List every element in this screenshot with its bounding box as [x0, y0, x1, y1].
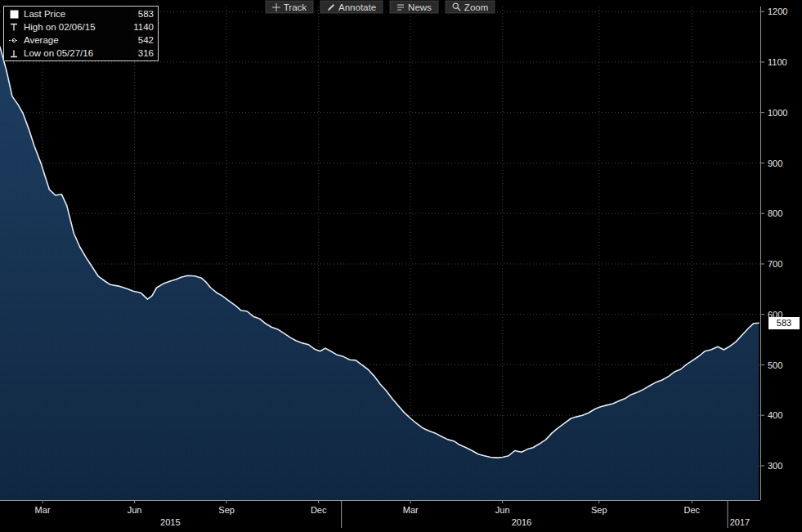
- terminal-chart-screen: 300400500600700800900100011001200MarJunS…: [0, 0, 802, 532]
- legend-value: 1140: [133, 22, 154, 32]
- chart-legend[interactable]: Last Price583High on 02/06/151140Average…: [3, 6, 159, 61]
- legend-row: Last Price583: [4, 7, 158, 20]
- y-tick-label: 1000: [768, 108, 787, 118]
- legend-value: 316: [138, 48, 154, 58]
- zoom-icon: [452, 2, 461, 11]
- low-marker-icon: [8, 49, 20, 58]
- high-marker-icon: [8, 23, 20, 32]
- toolbar-button-label: News: [408, 2, 432, 12]
- legend-row: Low on 05/27/16316: [4, 47, 158, 60]
- x-tick-label: Mar: [35, 505, 51, 515]
- toolbar-button-label: Track: [284, 2, 307, 12]
- y-tick-label: 900: [768, 159, 782, 168]
- price-chart: 300400500600700800900100011001200MarJunS…: [0, 0, 802, 532]
- y-tick-label: 800: [768, 208, 782, 218]
- square-marker-icon: [8, 10, 20, 19]
- x-axis-labels: MarJunSepDecMarJunSepDec201520162017: [35, 500, 750, 528]
- toolbar-button-annotate[interactable]: Annotate: [320, 0, 383, 14]
- x-tick-label: Jun: [128, 505, 142, 515]
- legend-row: High on 02/06/151140: [4, 20, 158, 34]
- toolbar-button-track[interactable]: Track: [265, 0, 314, 14]
- legend-value: 583: [138, 9, 154, 19]
- x-tick-label: Dec: [684, 505, 701, 515]
- y-tick-label: 1100: [768, 57, 787, 67]
- annotate-icon: [327, 3, 335, 11]
- track-icon: [272, 3, 280, 11]
- news-icon: [397, 3, 405, 11]
- legend-value: 542: [138, 35, 154, 45]
- x-tick-label: Mar: [403, 505, 419, 515]
- legend-row: Average542: [4, 34, 158, 47]
- y-tick-label: 400: [768, 410, 782, 420]
- toolbar-button-label: Zoom: [464, 2, 488, 12]
- x-tick-label: Sep: [591, 505, 607, 515]
- legend-label: Average: [24, 35, 134, 45]
- legend-label: High on 02/06/15: [24, 22, 129, 32]
- y-tick-label: 300: [768, 461, 782, 471]
- y-tick-label: 500: [768, 360, 782, 370]
- y-tick-label: 1200: [768, 7, 787, 16]
- legend-label: Low on 05/27/16: [24, 48, 134, 58]
- year-label: 2017: [730, 517, 750, 527]
- year-label: 2016: [512, 517, 531, 527]
- x-tick-label: Jun: [495, 505, 510, 515]
- toolbar-button-label: Annotate: [338, 2, 376, 12]
- legend-label: Last Price: [24, 9, 134, 19]
- y-axis-labels: 300400500600700800900100011001200: [760, 7, 787, 471]
- x-tick-label: Dec: [311, 505, 327, 515]
- average-marker-icon: [8, 36, 20, 45]
- x-tick-label: Sep: [218, 505, 235, 515]
- year-label: 2015: [160, 517, 180, 527]
- y-tick-label: 700: [768, 259, 782, 269]
- last-price-callout: 583: [768, 317, 800, 329]
- toolbar-button-zoom[interactable]: Zoom: [445, 0, 495, 14]
- toolbar-button-news[interactable]: News: [389, 0, 439, 14]
- price-area: [0, 47, 759, 500]
